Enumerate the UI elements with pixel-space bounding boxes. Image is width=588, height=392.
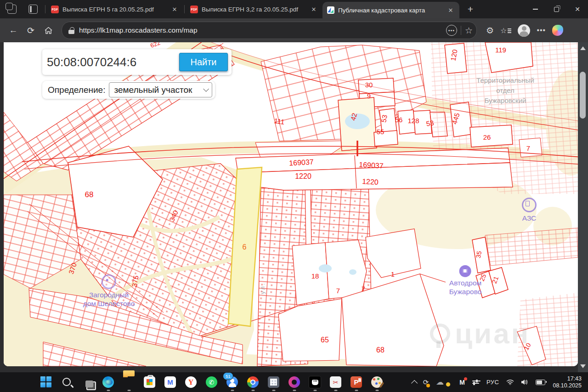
yandex-browser-icon: Y [185,376,197,388]
more-ellipsis-icon[interactable]: ••• [537,26,546,34]
poi-label: АЗС [522,214,537,222]
poi-label: дом Шелестово [83,299,135,308]
clock-date: 08.10.2025 [553,382,582,389]
paint-icon [371,376,383,388]
hidden-icons-chevron[interactable] [411,380,418,386]
tab-title: Выписка ЕГРН 3,2 га 20.05.25.pdf [202,6,306,13]
window-controls: ✕ [525,0,588,18]
taskbar-messenger[interactable]: 51 [222,372,243,392]
address-bar[interactable]: https://lk1map.roscadasters.com/map ••• … [62,22,477,39]
minimize-button[interactable] [525,0,546,18]
scroll-up-icon[interactable] [580,46,586,50]
start-button[interactable] [36,372,57,392]
taskbar-apps: M Y ✆ 51 ✂ [36,372,387,392]
wifi-icon[interactable] [506,379,514,385]
taskbar-yandex-browser[interactable]: Y [181,372,201,392]
taskbar-microsoft-store[interactable] [139,372,160,392]
tab-divider [45,5,45,13]
taskbar-calculator[interactable] [263,372,284,392]
poi-label: Бужарово [449,287,482,296]
poi-gas-station[interactable]: АЗС [522,198,537,222]
divider [461,26,461,35]
start-icon [40,376,52,388]
browser-content-frame: 6221113094253555612853445261201197169037… [0,42,588,372]
back-icon[interactable]: ← [6,23,21,38]
kadastr-map-icon [327,6,334,14]
taskbar-office365[interactable] [284,372,305,392]
taskbar-max-messenger[interactable]: M [160,372,181,392]
lock-icon[interactable] [68,27,74,34]
workspaces-icon[interactable] [7,5,17,14]
home-icon[interactable] [40,23,56,38]
taskbar-fist-app[interactable] [305,372,325,392]
tab-pdf-2[interactable]: PDF Выписка ЕГРН 3,2 га 20.05.25.pdf ✕ [186,1,322,17]
copilot-icon[interactable] [552,25,563,36]
page-scrollbar[interactable] [578,42,588,372]
profile-avatar[interactable] [518,24,530,37]
taskbar-file-explorer[interactable] [119,372,139,392]
tab-close-icon[interactable]: ✕ [447,7,455,14]
map-page: 6221113094253555612853445261201197169037… [4,42,578,366]
task-view-button[interactable] [77,372,98,392]
scrollbar-thumb[interactable] [580,72,586,119]
battery-icon[interactable] [536,380,545,385]
taskbar-snipping-tool[interactable]: ✂ [325,372,346,392]
edge-icon [102,376,114,388]
pdf-icon: PDF [190,6,198,13]
url-text[interactable]: https://lk1map.roscadasters.com/map [79,26,446,34]
taskbar-clock[interactable]: 17:43 08.10.2025 [553,375,582,389]
tab-title: Выписка ЕГРН 5 га 20.05.25.pdf [62,6,167,13]
task-view-icon [86,381,96,390]
close-button[interactable]: ✕ [567,0,588,18]
vertical-tabs-icon[interactable] [28,5,38,14]
browser-tab-bar: PDF Выписка ЕГРН 5 га 20.05.25.pdf ✕ PDF… [0,0,588,18]
tab-pdf-1[interactable]: PDF Выписка ЕГРН 5 га 20.05.25.pdf ✕ [46,1,183,17]
object-type-select[interactable]: земельный участок [109,82,212,97]
taskbar-powerpoint[interactable]: P [346,372,367,392]
cian-watermark: циан [430,317,530,350]
poi-label: Автодром [449,278,481,287]
pdf-icon: PDF [51,6,59,13]
snipping-tool-icon: ✂ [330,376,341,388]
site-more-icon[interactable]: ••• [446,25,457,36]
taskbar-edge[interactable] [98,372,119,392]
taskbar-whatsapp[interactable]: ✆ [201,372,222,392]
powerpoint-icon: P [351,376,362,388]
find-button[interactable]: Найти [179,53,228,71]
clock-time: 17:43 [553,375,582,382]
search-icon [62,378,71,386]
watermark-pin-icon [430,324,450,344]
windows-taskbar: M Y ✆ 51 ✂ [0,372,588,392]
tab-close-icon[interactable]: ✕ [170,6,179,13]
poi-resort[interactable]: Загородныйдом Шелестово [83,274,135,308]
taskbar-search-button[interactable] [57,372,77,392]
taskbar-paint[interactable] [367,372,387,392]
tab-cadastral-map-active[interactable]: Публичная кадастровая карта ✕ [322,2,459,18]
onedrive-cloud-icon[interactable]: ☁ [436,377,444,387]
poi-racetrack[interactable]: АвтодромБужарово [449,265,482,296]
object-type-panel: Определение: земельный участок [42,81,215,99]
sync-icon[interactable]: ⟳ [423,378,429,386]
new-tab-button[interactable]: + [464,3,477,16]
tab-title: Публичная кадастровая карта [338,7,443,14]
tab-divider [184,5,185,13]
volume-icon[interactable] [521,379,528,385]
mixer-icon[interactable] [472,379,479,385]
racetrack-pin-icon [459,265,471,277]
calculator-icon [268,376,279,388]
fist-app-icon [309,376,321,388]
screen: PDF Выписка ЕГРН 5 га 20.05.25.pdf ✕ PDF… [0,0,588,392]
scroll-down-icon[interactable] [580,364,586,368]
refresh-icon[interactable]: ⟳ [23,23,39,38]
cadastral-number-input[interactable] [46,55,179,70]
favorite-star-icon[interactable]: ☆ [465,25,473,36]
m-notify-icon[interactable]: M [459,379,465,386]
language-indicator[interactable]: РУС [486,379,499,386]
street-name-label: ул. [259,282,266,294]
restore-button[interactable] [546,0,567,18]
taskbar-chrome[interactable] [243,372,263,392]
resort-pin-icon [102,274,116,289]
favorites-bar-icon[interactable]: ☆ [500,26,511,35]
tab-close-icon[interactable]: ✕ [310,6,318,13]
extensions-icon[interactable]: ⚙ [486,25,494,36]
